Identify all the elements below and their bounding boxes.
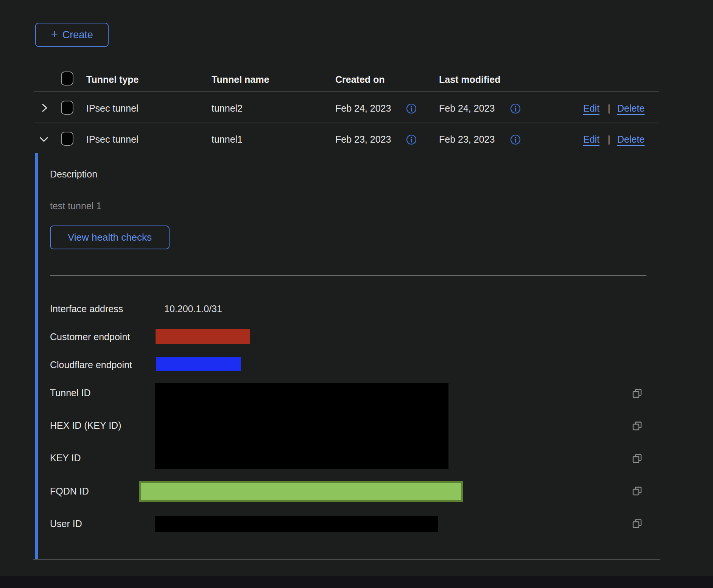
select-all-checkbox[interactable] — [61, 72, 73, 86]
footer-strip — [0, 576, 713, 588]
copy-fqdn-id-icon[interactable] — [631, 485, 643, 498]
copy-key-id-icon[interactable] — [631, 453, 643, 466]
action-separator: | — [608, 103, 610, 114]
header-divider — [34, 91, 659, 92]
collapse-chevron-down-icon[interactable] — [37, 132, 51, 147]
section-divider — [50, 275, 646, 275]
column-header-last-modified: Last modified — [439, 74, 501, 85]
column-header-created-on: Created on — [335, 74, 385, 85]
create-button[interactable]: + Create — [35, 23, 109, 47]
field-label-user-id: User ID — [50, 518, 82, 529]
field-label-interface-address: Interface address — [50, 303, 123, 314]
view-health-checks-button[interactable]: View health checks — [50, 226, 170, 249]
last-modified-cell: Feb 24, 2023 — [439, 103, 495, 114]
row-checkbox[interactable] — [61, 101, 73, 115]
tunnel-type-cell: IPsec tunnel — [86, 103, 139, 114]
row-divider — [34, 123, 659, 123]
row-checkbox[interactable] — [61, 132, 73, 146]
copy-tunnel-id-icon[interactable] — [631, 387, 643, 401]
modified-info-icon[interactable] — [510, 103, 521, 115]
description-label: Description — [50, 169, 97, 180]
expanded-panel-accent-bar — [35, 153, 38, 559]
panel-bottom-divider — [33, 559, 660, 560]
tunnel-type-cell: IPsec tunnel — [86, 134, 139, 145]
field-label-customer-endpoint: Customer endpoint — [50, 331, 130, 342]
cloudflare-endpoint-redaction — [156, 357, 241, 371]
copy-user-id-icon[interactable] — [631, 518, 643, 531]
field-label-tunnel-id: Tunnel ID — [50, 387, 90, 398]
created-info-icon[interactable] — [406, 103, 417, 115]
edit-link[interactable]: Edit — [583, 134, 599, 145]
created-on-cell: Feb 23, 2023 — [335, 134, 391, 145]
user-id-redaction — [155, 516, 438, 532]
modified-info-icon[interactable] — [510, 134, 521, 146]
customer-endpoint-redaction — [156, 329, 250, 344]
created-on-cell: Feb 24, 2023 — [335, 103, 391, 114]
last-modified-cell: Feb 23, 2023 — [439, 134, 495, 145]
created-info-icon[interactable] — [406, 134, 417, 146]
tunnel-name-cell: tunnel2 — [212, 103, 243, 114]
description-value: test tunnel 1 — [50, 201, 101, 212]
fqdn-id-redaction — [139, 481, 463, 502]
column-header-tunnel-name: Tunnel name — [212, 74, 269, 85]
column-header-tunnel-type: Tunnel type — [86, 74, 139, 85]
expand-chevron-right-icon[interactable] — [38, 101, 51, 115]
tunnels-page: + Create Tunnel type Tunnel name Created… — [0, 0, 713, 588]
field-label-cloudflare-endpoint: Cloudflare endpoint — [50, 359, 132, 370]
field-label-key-id: KEY ID — [50, 453, 81, 464]
view-health-checks-label: View health checks — [68, 232, 152, 243]
plus-icon: + — [51, 28, 58, 40]
copy-hex-id-icon[interactable] — [631, 420, 643, 433]
delete-link[interactable]: Delete — [617, 134, 645, 145]
edit-link[interactable]: Edit — [583, 103, 599, 114]
field-label-fqdn-id: FQDN ID — [50, 486, 89, 497]
action-separator: | — [608, 134, 610, 145]
ids-redaction-block — [155, 383, 448, 469]
field-value-interface-address: 10.200.1.0/31 — [164, 303, 222, 314]
tunnel-name-cell: tunnel1 — [212, 134, 243, 145]
delete-link[interactable]: Delete — [617, 103, 645, 114]
field-label-hex-id: HEX ID (KEY ID) — [50, 420, 121, 431]
create-button-label: Create — [62, 29, 93, 41]
